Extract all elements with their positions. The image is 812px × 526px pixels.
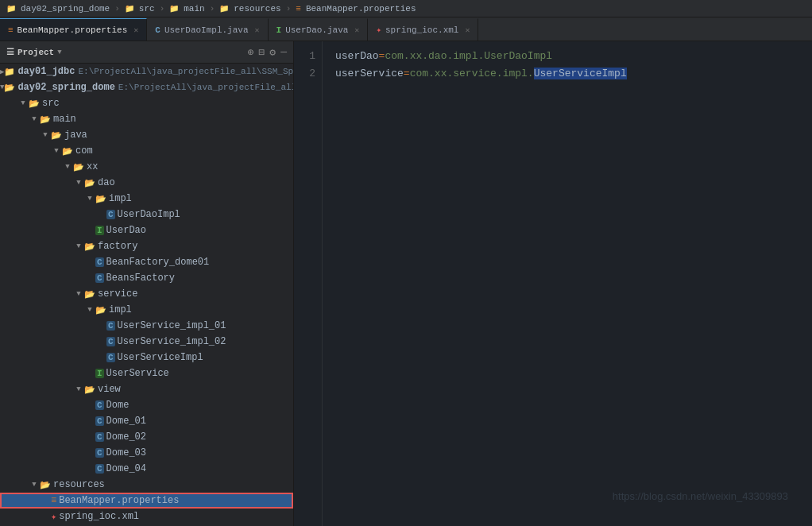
tab-springioc-label: spring_ioc.xml [385, 25, 458, 35]
tree-label-UserService01: UserService_impl_01 [118, 320, 226, 331]
icon-java-c-us02: C [106, 337, 115, 346]
toggle-java[interactable]: ▼ [40, 131, 51, 139]
sidebar-action-locate[interactable]: ⊕ [248, 46, 254, 59]
breadcrumb-main: main [184, 4, 204, 14]
tree-label-day02: day02_spring_dome [17, 82, 114, 93]
toggle-service[interactable]: ▼ [73, 290, 84, 298]
tab-userdaoimpl-close[interactable]: ✕ [255, 25, 260, 35]
tree-label-xx: xx [87, 161, 98, 172]
tree-item-Dome01[interactable]: ▶ C Dome_01 [0, 413, 293, 429]
code-key-1: userDao [335, 50, 379, 62]
code-val-1: com.xx.dao.impl.UserDaoImpl [385, 50, 552, 62]
tree-item-main[interactable]: ▼ 📂 main [0, 111, 293, 127]
main-layout: ☰ Project ▼ ⊕ ⊟ ⚙ — ▶ 📁 day01_jdbc E:\Pr… [0, 41, 812, 526]
tree-label-UserDaoImpl: UserDaoImpl [118, 209, 180, 220]
toggle-resources[interactable]: ▼ [29, 481, 40, 489]
line-numbers: 1 2 [294, 41, 323, 526]
toggle-spacer-springioc: ▶ [40, 512, 51, 521]
tree-item-Dome02[interactable]: ▶ C Dome_02 [0, 429, 293, 445]
folder-icon: 📁 [6, 4, 16, 14]
toggle-impl-dao[interactable]: ▼ [84, 195, 95, 203]
toggle-impl-service[interactable]: ▼ [84, 306, 95, 314]
tab-beanmapper-close[interactable]: ✕ [133, 25, 138, 35]
tree-item-com[interactable]: ▼ 📂 com [0, 143, 293, 159]
tree-label-BeanFactory: BeanFactory_dome01 [106, 257, 210, 268]
tree-item-dao[interactable]: ▼ 📂 dao [0, 175, 293, 191]
tree-item-UserDao[interactable]: ▶ I UserDao [0, 222, 293, 238]
icon-java-c-dome03: C [95, 448, 104, 458]
toggle-spacer-userdao: ▶ [84, 226, 95, 235]
toggle-com[interactable]: ▼ [51, 147, 62, 155]
sidebar-action-minimize[interactable]: — [280, 46, 287, 59]
code-key-2: userService [335, 68, 404, 79]
tab-springioc-close[interactable]: ✕ [465, 25, 470, 35]
tab-bar: ≡ BeanMapper.properties ✕ C UserDaoImpl.… [0, 17, 812, 41]
tab-userdao-close[interactable]: ✕ [354, 25, 359, 35]
tab-userdao[interactable]: I UserDao.java ✕ [269, 18, 369, 41]
tree-item-BeansFactory[interactable]: ▶ C BeansFactory [0, 270, 293, 286]
tree-item-UserService[interactable]: ▶ I UserService [0, 365, 293, 381]
toggle-spacer-us01: ▶ [95, 322, 106, 331]
tree-item-day01[interactable]: ▶ 📁 day01_jdbc E:\ProjectAll\java_projec… [0, 64, 293, 79]
tree-item-BeanFactory[interactable]: ▶ C BeanFactory_dome01 [0, 254, 293, 270]
tree-item-Dome03[interactable]: ▶ C Dome_03 [0, 445, 293, 461]
folder-icon-day02: 📂 [4, 83, 15, 93]
tree-scroll[interactable]: ▶ 📁 day01_jdbc E:\ProjectAll\java_projec… [0, 64, 293, 526]
line-number-2: 2 [300, 65, 315, 83]
tab-springioc-icon: ✦ [376, 25, 381, 35]
tree-item-Dome04[interactable]: ▶ C Dome_04 [0, 461, 293, 477]
toggle-xx[interactable]: ▼ [62, 163, 73, 171]
toggle-spacer-userdaoimpl: ▶ [95, 211, 106, 219]
code-area[interactable]: userDao=com.xx.dao.impl.UserDaoImpl user… [323, 41, 812, 526]
tree-label-impl-dao: impl [109, 193, 132, 204]
tree-label-dao: dao [98, 177, 115, 188]
code-val-2: com.xx.service.impl. [410, 68, 534, 79]
toggle-dao[interactable]: ▼ [73, 179, 84, 187]
toggle-view[interactable]: ▼ [73, 385, 84, 393]
tree-item-resources[interactable]: ▼ 📂 resources [0, 477, 293, 493]
tree-label-BeanMapper: BeanMapper.properties [59, 495, 179, 506]
breadcrumb-props-icon: ≡ [296, 4, 301, 14]
sidebar-action-collapse[interactable]: ⊟ [259, 46, 265, 59]
toggle-spacer-us02: ▶ [95, 338, 106, 346]
tree-item-day02[interactable]: ▼ 📂 day02_spring_dome E:\ProjectAll\java… [0, 79, 293, 95]
tree-item-spring-ioc[interactable]: ▶ ✦ spring_ioc.xml [0, 509, 293, 524]
sidebar-title-text: Project [17, 48, 54, 57]
toggle-src[interactable]: ▼ [17, 99, 29, 107]
tree-item-UserServiceImpl[interactable]: ▶ C UserServiceImpl [0, 350, 293, 365]
tab-userdaoimpl[interactable]: C UserDaoImpl.java ✕ [147, 18, 268, 41]
tree-item-service[interactable]: ▼ 📂 service [0, 286, 293, 302]
breadcrumb-project: day02_spring_dome [21, 4, 110, 14]
tree-item-xx[interactable]: ▼ 📂 xx [0, 159, 293, 175]
toggle-factory[interactable]: ▼ [73, 242, 84, 250]
sidebar-title: ☰ Project ▼ [6, 47, 62, 57]
sidebar-action-settings[interactable]: ⚙ [269, 46, 276, 59]
breadcrumb-icon3: 📁 [219, 4, 229, 14]
tab-beanmapper-icon: ≡ [8, 25, 14, 35]
tree-item-BeanMapper[interactable]: ▶ ≡ BeanMapper.properties [0, 493, 293, 509]
tree-item-UserService02[interactable]: ▶ C UserService_impl_02 [0, 334, 293, 350]
tree-item-impl-service[interactable]: ▼ 📂 impl [0, 302, 293, 318]
tree-item-UserService01[interactable]: ▶ C UserService_impl_01 [0, 318, 293, 334]
bottom-bar [588, 509, 812, 526]
tree-item-impl-dao[interactable]: ▼ 📂 impl [0, 191, 293, 207]
tree-item-Dome[interactable]: ▶ C Dome [0, 397, 293, 413]
tree-item-view[interactable]: ▼ 📂 view [0, 381, 293, 397]
tree-label-day01: day01_jdbc [17, 66, 75, 77]
sidebar-actions: ⊕ ⊟ ⚙ — [248, 46, 287, 59]
tree-item-java[interactable]: ▼ 📂 java [0, 127, 293, 143]
icon-java-c-dome04: C [95, 464, 104, 474]
tree-item-UserDaoImpl[interactable]: ▶ C UserDaoImpl [0, 207, 293, 222]
code-line-1: userDao=com.xx.dao.impl.UserDaoImpl [335, 48, 799, 65]
tab-beanmapper[interactable]: ≡ BeanMapper.properties ✕ [0, 18, 147, 41]
editor: 1 2 userDao=com.xx.dao.impl.UserDaoImpl … [294, 41, 812, 526]
toggle-spacer-us: ▶ [84, 369, 95, 378]
icon-java-i-userdao: I [95, 226, 104, 235]
line-number-1: 1 [300, 48, 315, 65]
tree-item-factory[interactable]: ▼ 📂 factory [0, 238, 293, 254]
tab-userdao-icon: I [276, 25, 282, 35]
tab-beanmapper-label: BeanMapper.properties [17, 25, 128, 35]
toggle-main[interactable]: ▼ [29, 115, 40, 123]
tree-item-src[interactable]: ▼ 📂 src [0, 95, 293, 111]
tab-springioc[interactable]: ✦ spring_ioc.xml ✕ [368, 18, 478, 41]
